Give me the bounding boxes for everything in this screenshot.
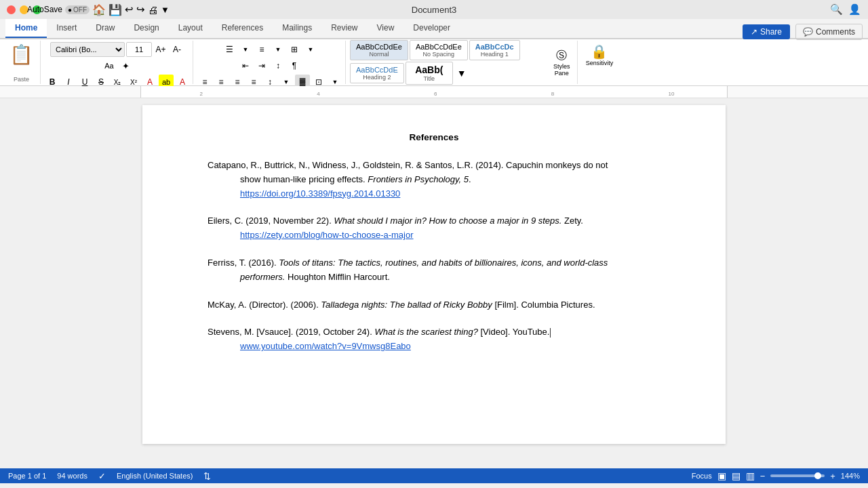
close-button[interactable] — [7, 5, 16, 14]
tab-view[interactable]: View — [368, 19, 404, 38]
zoom-level[interactable]: 144% — [841, 472, 860, 480]
right-margin — [728, 98, 868, 468]
ref5-link[interactable]: www.youtube.com/watch?v=9Vmwsg8Eabo — [240, 341, 411, 351]
reference-2: Eilers, C. (2019, November 22). What sho… — [208, 214, 660, 243]
ref2-first-line: Eilers, C. (2019, November 22). What sho… — [208, 214, 660, 228]
decrease-indent-button[interactable]: ⇤ — [238, 58, 253, 73]
status-right: Focus ▣ ▤ ▥ − + 144% — [692, 470, 860, 481]
zoom-thumb — [814, 472, 821, 479]
tab-insert[interactable]: Insert — [47, 19, 86, 38]
decrease-font-button[interactable]: A- — [170, 42, 184, 57]
ref3-continuation: performers. Houghton Mifflin Harcourt. — [240, 270, 660, 285]
view-web-icon[interactable]: ▤ — [732, 470, 741, 481]
bullets-arrow[interactable]: ▼ — [238, 42, 253, 57]
search-icon[interactable]: 🔍 — [830, 3, 843, 16]
title-bar-right: 🔍 👤 — [830, 3, 861, 16]
increase-font-button[interactable]: A+ — [153, 42, 168, 57]
bullets-button[interactable]: ☰ — [222, 42, 237, 57]
ref5-italic: What is the scariest thing? — [374, 327, 477, 337]
sensitivity-button[interactable]: 🔒 Sensitivity — [583, 42, 616, 68]
style-heading2[interactable]: AaBbCcDdE Heading 2 — [350, 63, 404, 83]
tab-layout[interactable]: Layout — [169, 19, 212, 38]
show-marks-button[interactable]: ¶ — [287, 58, 302, 73]
styles-pane-button[interactable]: Ⓢ StylesPane — [551, 47, 573, 78]
view-print-icon[interactable]: ▣ — [717, 470, 726, 481]
account-icon[interactable]: 👤 — [848, 3, 861, 16]
more-styles-button[interactable]: ▼ — [454, 66, 469, 81]
ref4-first-line: McKay, A. (Director). (2006). Talladega … — [208, 298, 660, 312]
word-count: 94 words — [57, 472, 87, 480]
ref1-italic: Frontiers in Psychology, 5 — [368, 174, 469, 184]
numbered-list-button[interactable]: ≡ — [254, 42, 269, 57]
document-title: Document3 — [412, 5, 456, 15]
ref3-first-line: Ferriss, T. (2016). Tools of titans: The… — [208, 256, 660, 270]
case-button[interactable]: Aa — [102, 58, 117, 73]
ref2-link-line: https://zety.com/blog/how-to-choose-a-ma… — [240, 228, 660, 243]
redo-icon[interactable]: ↪ — [136, 3, 145, 16]
font-size-input[interactable] — [126, 42, 152, 57]
document-page[interactable]: References Catapano, R., Buttrick, N., W… — [142, 105, 726, 444]
status-bar: Page 1 of 1 94 words ✓ English (United S… — [0, 468, 868, 483]
ref1-link-line: https://doi.org/10.3389/fpsyg.2014.01330 — [240, 187, 660, 201]
sort-button[interactable]: ↕ — [271, 58, 285, 73]
autosave-toggle[interactable]: ●OFF — [65, 5, 90, 14]
increase-indent-button[interactable]: ⇥ — [254, 58, 269, 73]
tab-review[interactable]: Review — [321, 19, 367, 38]
share-icon: ↗ — [751, 27, 757, 37]
font-name-select[interactable]: Calibri (Bo... — [50, 42, 125, 57]
customize-icon[interactable]: ▼ — [161, 5, 170, 15]
zoom-slider[interactable] — [770, 474, 825, 477]
comment-icon: 💬 — [803, 27, 813, 37]
save-icon[interactable]: 💾 — [108, 3, 122, 16]
home-icon[interactable]: 🏠 — [92, 3, 106, 16]
ref2-link[interactable]: https://zety.com/blog/how-to-choose-a-ma… — [240, 230, 414, 240]
left-margin — [0, 98, 140, 468]
zoom-out-icon[interactable]: − — [760, 471, 766, 481]
share-button[interactable]: ↗ Share — [743, 24, 790, 39]
tab-developer[interactable]: Developer — [403, 19, 460, 38]
ref5-first-line: Stevens, M. [Vsauce]. (2019, October 24)… — [208, 325, 660, 340]
text-cursor — [550, 328, 551, 338]
comments-button[interactable]: 💬 Comments — [795, 24, 863, 40]
numbered-arrow[interactable]: ▼ — [271, 42, 285, 57]
title-bar-left: AutoSave ●OFF 🏠 💾 ↩ ↪ 🖨 ▼ — [27, 3, 170, 16]
style-heading1[interactable]: AaBbCcDc Heading 1 — [469, 40, 520, 60]
view-outline-icon[interactable]: ▥ — [746, 470, 755, 481]
proofing-icon[interactable]: ✓ — [98, 471, 106, 481]
reference-1: Catapano, R., Buttrick, N., Widness, J.,… — [208, 159, 660, 201]
language[interactable]: English (United States) — [117, 472, 193, 480]
tab-draw[interactable]: Draw — [86, 19, 124, 38]
multilevel-arrow[interactable]: ▼ — [303, 42, 318, 57]
multilevel-button[interactable]: ⊞ — [287, 42, 302, 57]
ref2-italic: What should I major in? How to choose a … — [334, 216, 561, 226]
styles-group: AaBbCcDdEe Normal AaBbCcDdEe No Spacing … — [347, 41, 578, 84]
ribbon: 📋 Paste Calibri (Bo... A+ A- Aa ✦ B I U — [0, 39, 868, 86]
clear-format-button[interactable]: ✦ — [118, 58, 133, 73]
paste-button[interactable]: 📋 — [5, 42, 37, 67]
zoom-in-icon[interactable]: + — [830, 471, 835, 481]
reference-4: McKay, A. (Director). (2006). Talladega … — [208, 298, 660, 312]
focus-button[interactable]: Focus — [692, 472, 712, 480]
ruler: 2 4 6 8 10 — [0, 86, 868, 98]
clipboard-group: 📋 Paste — [3, 41, 41, 84]
paste-icon: 📋 — [9, 43, 33, 66]
style-normal[interactable]: AaBbCcDdEe Normal — [350, 40, 408, 60]
reference-5: Stevens, M. [Vsauce]. (2019, October 24)… — [208, 325, 660, 354]
undo-icon[interactable]: ↩ — [125, 3, 134, 16]
tab-home[interactable]: Home — [5, 19, 47, 38]
ribbon-tabs: Home Insert Draw Design Layout Reference… — [0, 19, 868, 39]
ref1-first-line: Catapano, R., Buttrick, N., Widness, J.,… — [208, 159, 660, 173]
font-group: Calibri (Bo... A+ A- Aa ✦ B I U S X₂ X² … — [42, 41, 193, 84]
ref3-italic-cont: performers. — [240, 272, 285, 282]
style-title[interactable]: AaBb( Title — [406, 62, 453, 85]
print-icon[interactable]: 🖨 — [148, 4, 158, 16]
tab-references[interactable]: References — [212, 19, 273, 38]
tab-mailings[interactable]: Mailings — [273, 19, 321, 38]
style-no-spacing[interactable]: AaBbCcDdEe No Spacing — [410, 40, 468, 60]
page-area[interactable]: References Catapano, R., Buttrick, N., W… — [140, 98, 728, 468]
ref1-continuation: show human-like pricing effects. Frontie… — [240, 173, 660, 187]
tab-design[interactable]: Design — [124, 19, 168, 38]
language-icon[interactable]: ⇅ — [203, 471, 211, 481]
ref1-link[interactable]: https://doi.org/10.3389/fpsyg.2014.01330 — [240, 188, 400, 199]
ruler-inner: 2 4 6 8 10 — [140, 86, 728, 98]
